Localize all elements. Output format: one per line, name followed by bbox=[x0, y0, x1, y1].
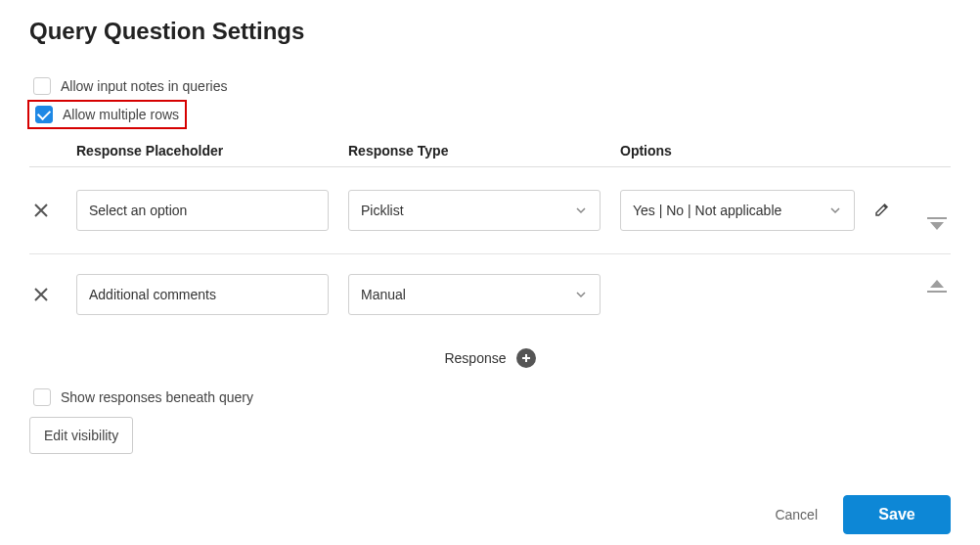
response-type-select[interactable]: Picklist bbox=[348, 190, 601, 231]
col-header-options: Options bbox=[620, 143, 874, 159]
allow-multiple-rows-row[interactable]: Allow multiple rows bbox=[35, 106, 179, 123]
options-select[interactable]: Yes | No | Not applicable bbox=[620, 190, 855, 231]
close-icon[interactable] bbox=[29, 283, 53, 306]
allow-multiple-rows-highlight: Allow multiple rows bbox=[27, 100, 187, 129]
response-type-value: Manual bbox=[361, 287, 406, 302]
allow-input-notes-row[interactable]: Allow input notes in queries bbox=[29, 72, 951, 100]
chevron-down-icon bbox=[574, 204, 588, 217]
edit-visibility-button[interactable]: Edit visibility bbox=[29, 417, 133, 454]
svg-marker-1 bbox=[930, 222, 944, 230]
show-responses-beneath-checkbox[interactable] bbox=[33, 388, 51, 406]
page-title: Query Question Settings bbox=[29, 18, 951, 45]
allow-multiple-rows-label: Allow multiple rows bbox=[63, 107, 179, 122]
show-responses-beneath-label: Show responses beneath query bbox=[61, 389, 253, 405]
chevron-down-icon bbox=[574, 288, 588, 301]
footer: Cancel Save bbox=[29, 495, 951, 534]
response-type-select[interactable]: Manual bbox=[348, 274, 601, 315]
add-response-label: Response bbox=[444, 350, 506, 366]
placeholder-input[interactable] bbox=[76, 190, 329, 231]
allow-multiple-rows-checkbox[interactable] bbox=[35, 106, 53, 123]
add-response-button[interactable] bbox=[516, 348, 536, 368]
save-button[interactable]: Save bbox=[843, 495, 951, 534]
move-down-icon[interactable] bbox=[923, 214, 951, 234]
show-responses-beneath-row[interactable]: Show responses beneath query bbox=[29, 384, 951, 411]
svg-rect-3 bbox=[927, 291, 947, 293]
table-header: Response Placeholder Response Type Optio… bbox=[29, 143, 951, 167]
response-type-value: Picklist bbox=[361, 203, 404, 218]
response-row: Manual bbox=[29, 254, 951, 335]
chevron-down-icon bbox=[828, 204, 842, 217]
add-response-row: Response bbox=[29, 348, 951, 368]
close-icon[interactable] bbox=[29, 199, 53, 222]
col-header-type: Response Type bbox=[348, 143, 620, 159]
edit-icon[interactable] bbox=[874, 202, 890, 220]
options-value: Yes | No | Not applicable bbox=[633, 203, 781, 218]
svg-rect-0 bbox=[927, 217, 947, 219]
allow-input-notes-label: Allow input notes in queries bbox=[61, 78, 227, 94]
response-row: Picklist Yes | No | Not applicable bbox=[29, 167, 951, 254]
allow-input-notes-checkbox[interactable] bbox=[33, 77, 51, 95]
move-up-icon[interactable] bbox=[923, 276, 951, 295]
placeholder-input[interactable] bbox=[76, 274, 329, 315]
col-header-placeholder: Response Placeholder bbox=[76, 143, 348, 159]
svg-marker-2 bbox=[930, 280, 944, 288]
cancel-button[interactable]: Cancel bbox=[775, 507, 818, 522]
